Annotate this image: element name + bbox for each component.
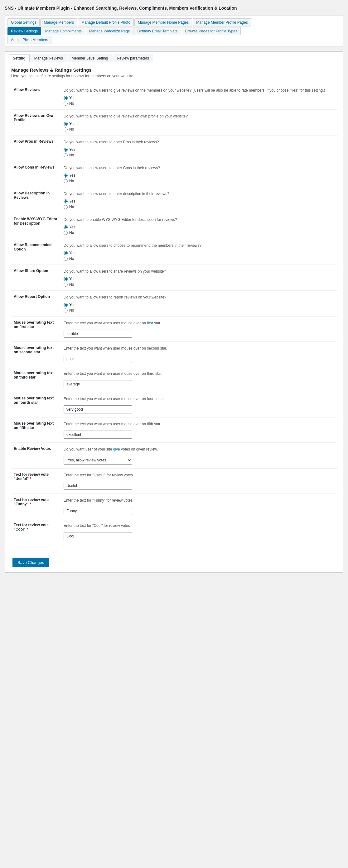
content-third-star: Enter the text you want when user mouse … (61, 367, 337, 392)
label-vote-useful: Text for review vote "Useful" * (11, 469, 61, 494)
tab-manage-default-profile-photo[interactable]: Manage Default Profile Photo (78, 19, 134, 27)
required-star-useful: * (30, 477, 31, 481)
label-allow-report: Allow Report Option (11, 291, 61, 316)
desc-vote-useful: Enter the text for "Useful" for review v… (64, 472, 334, 478)
input-vote-useful[interactable] (64, 482, 132, 490)
desc-vote-funny: Enter the text for "Funny" for review vo… (64, 498, 334, 503)
tab-manage-compliments[interactable]: Manage Compliments (42, 27, 85, 35)
radio-allow-reviews-own-yes[interactable]: Yes (64, 122, 334, 126)
desc-fourth-star: Enter the text you want when user mouse … (64, 396, 334, 402)
input-third-star[interactable] (64, 380, 132, 388)
radio-allow-reviews-no[interactable]: No (64, 101, 334, 105)
tab-manage-member-home-pages[interactable]: Manage Member Home Pages (135, 19, 192, 27)
row-vote-funny: Text for review vote "Funny" * Enter the… (11, 494, 337, 519)
radio-cons-no-input[interactable] (64, 179, 68, 183)
radio-allow-reviews-own-yes-input[interactable] (64, 122, 68, 126)
radio-allow-report: Yes No (64, 303, 334, 312)
row-vote-cool: Text for review vote "Cool" * Enter the … (11, 519, 337, 544)
radio-recommended-yes-input[interactable] (64, 251, 68, 255)
row-allow-cons-reviews: Allow Cons in Reviews Do you want to all… (11, 161, 337, 187)
inner-tab-member-level-setting[interactable]: Member Level Setting (68, 54, 112, 62)
desc-enable-wysiwyg: Do you want to enable WYSIWYG Editor for… (64, 217, 334, 222)
input-first-star[interactable] (64, 330, 132, 338)
radio-share-no[interactable]: No (64, 282, 334, 287)
input-fifth-star[interactable] (64, 431, 132, 439)
save-changes-button[interactable]: Save Changes (12, 558, 49, 567)
tab-manage-members[interactable]: Manage Members (40, 19, 77, 27)
radio-cons-yes-input[interactable] (64, 174, 68, 178)
radio-description-yes-input[interactable] (64, 199, 68, 204)
content-allow-reviews-own-profile: Do you want to allow users to give revie… (61, 110, 337, 135)
label-enable-review-votes: Enable Review Votes (11, 443, 61, 469)
radio-allow-reviews-own-no-input[interactable] (64, 127, 68, 131)
row-fourth-star: Mouse over rating text on fourth star En… (11, 392, 337, 417)
top-tabs-row2: Review Settings Manage Compliments Manag… (7, 27, 341, 35)
select-enable-review-votes[interactable]: Yes, allow review votes No (64, 456, 132, 465)
radio-recommended-yes[interactable]: Yes (64, 251, 334, 255)
radio-share-yes-input[interactable] (64, 277, 68, 281)
radio-description-no[interactable]: No (64, 205, 334, 209)
input-second-star[interactable] (64, 355, 132, 363)
input-vote-cool[interactable] (64, 532, 132, 540)
section-description: Here, you can configure settings for rev… (11, 74, 337, 78)
desc-allow-report: Do you want to allow users to report rev… (64, 294, 334, 300)
radio-report-yes-input[interactable] (64, 303, 68, 307)
radio-recommended-no-input[interactable] (64, 257, 68, 261)
radio-share-no-input[interactable] (64, 283, 68, 287)
inner-tab-setting[interactable]: Setting (9, 54, 30, 62)
radio-wysiwyg-yes-input[interactable] (64, 225, 68, 229)
radio-report-yes[interactable]: Yes (64, 303, 334, 307)
tab-manage-member-profile-pages[interactable]: Manage Member Profile Pages (193, 19, 251, 27)
label-allow-reviews-own-profile: Allow Reviews on Own Profile (11, 110, 61, 135)
content-vote-cool: Enter the text for "Cool" for review vot… (61, 519, 337, 544)
row-allow-description-reviews: Allow Description in Reviews Do you want… (11, 187, 337, 213)
required-star-funny: * (30, 502, 31, 506)
label-vote-cool: Text for review vote "Cool" * (11, 519, 61, 544)
radio-cons-yes[interactable]: Yes (64, 173, 334, 178)
top-navigation: Global Settings Manage Members Manage De… (5, 16, 343, 46)
radio-allow-reviews-yes[interactable]: Yes (64, 96, 334, 100)
tab-browse-pages-profile-types[interactable]: Browse Pages for Profile Types (182, 27, 241, 35)
row-fifth-star: Mouse over rating text on fifth star Ent… (11, 417, 337, 443)
radio-pros-no[interactable]: No (64, 153, 334, 157)
label-fifth-star: Mouse over rating text on fifth star (11, 417, 61, 443)
radio-pros-yes[interactable]: Yes (64, 147, 334, 152)
content-second-star: Enter the text you want when user mouse … (61, 342, 337, 367)
radio-wysiwyg-no[interactable]: No (64, 230, 334, 235)
desc-second-star: Enter the text you want when user mouse … (64, 345, 334, 351)
radio-share-yes[interactable]: Yes (64, 277, 334, 281)
radio-pros-yes-input[interactable] (64, 148, 68, 152)
radio-pros-no-input[interactable] (64, 153, 68, 157)
content-enable-review-votes: Do you want user of your site give votes… (61, 443, 337, 469)
tab-manage-widgetize-page[interactable]: Manage Widgetize Page (86, 27, 134, 35)
radio-allow-recommended: Yes No (64, 251, 334, 261)
top-tabs-row3: Admin Picks Members (7, 36, 341, 43)
tab-global-settings[interactable]: Global Settings (7, 19, 39, 27)
radio-wysiwyg-yes[interactable]: Yes (64, 225, 334, 229)
tab-birthday-email-template[interactable]: Birthday Email Template (134, 27, 181, 35)
radio-wysiwyg-no-input[interactable] (64, 231, 68, 235)
radio-report-no[interactable]: No (64, 308, 334, 312)
radio-description-no-input[interactable] (64, 205, 68, 209)
desc-allow-description-reviews: Do you want to allow users to enter desc… (64, 191, 334, 196)
inner-tab-review-parameters[interactable]: Review parameters (113, 54, 153, 62)
radio-recommended-no[interactable]: No (64, 256, 334, 261)
input-vote-funny[interactable] (64, 507, 132, 515)
radio-report-no-input[interactable] (64, 308, 68, 312)
tab-admin-picks-members[interactable]: Admin Picks Members (7, 36, 52, 44)
tab-review-settings[interactable]: Review Settings (7, 27, 41, 35)
radio-allow-reviews-yes-input[interactable] (64, 96, 68, 100)
label-allow-cons-reviews: Allow Cons in Reviews (11, 161, 61, 187)
label-allow-pros-reviews: Allow Pros in Reviews (11, 135, 61, 161)
radio-description-yes[interactable]: Yes (64, 199, 334, 204)
radio-allow-description-reviews: Yes No (64, 199, 334, 209)
radio-allow-reviews-no-input[interactable] (64, 101, 68, 105)
input-fourth-star[interactable] (64, 405, 132, 413)
content-first-star: Enter the text you want when user mouse … (61, 316, 337, 342)
radio-allow-reviews-own-no[interactable]: No (64, 127, 334, 131)
radio-enable-wysiwyg: Yes No (64, 225, 334, 235)
radio-allow-reviews: Yes No (64, 96, 334, 105)
inner-tab-manage-reviews[interactable]: Manage Reviews (30, 54, 67, 62)
radio-cons-no[interactable]: No (64, 179, 334, 183)
desc-allow-reviews: Do you want to allow users to give revie… (64, 88, 334, 93)
